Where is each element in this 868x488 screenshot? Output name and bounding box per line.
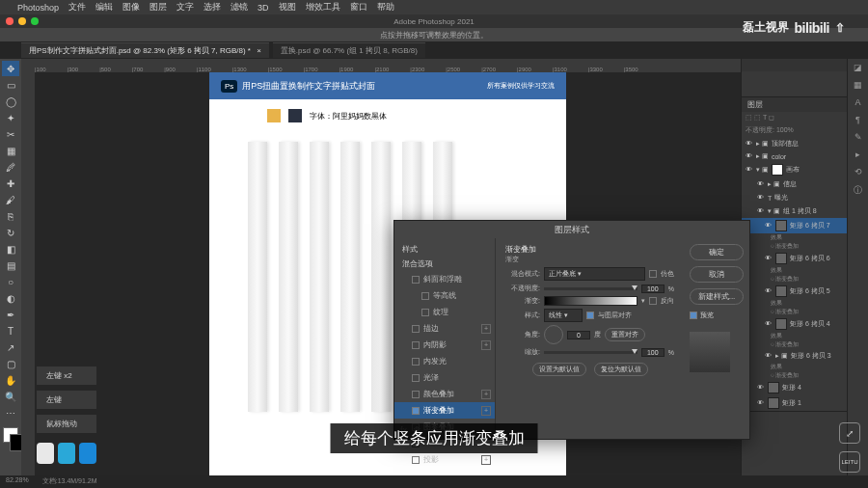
edit-toolbar[interactable]: ⋯: [2, 405, 19, 420]
heal-tool[interactable]: ✚: [2, 176, 19, 191]
lasso-tool[interactable]: ◯: [2, 94, 19, 109]
visibility-icon[interactable]: [746, 166, 753, 174]
layer-filter-icon[interactable]: ⬚: [746, 114, 752, 122]
blend-options-header[interactable]: 混合选项: [394, 257, 495, 271]
marquee-tool[interactable]: ▭: [2, 77, 19, 93]
add-icon[interactable]: +: [481, 455, 491, 465]
add-icon[interactable]: +: [481, 324, 491, 334]
menu-help[interactable]: 帮助: [377, 1, 394, 14]
visibility-icon[interactable]: [765, 320, 773, 328]
angle-dial[interactable]: [544, 325, 563, 344]
menu-image[interactable]: 图像: [122, 1, 140, 14]
style-bevel[interactable]: 斜面和浮雕: [394, 271, 495, 287]
angle-value[interactable]: 0: [567, 331, 590, 339]
visibility-icon[interactable]: [757, 384, 765, 392]
opacity-slider[interactable]: [544, 287, 637, 290]
add-icon[interactable]: +: [481, 406, 491, 416]
swatches-panel-icon[interactable]: ▦: [854, 80, 862, 90]
character-panel-icon[interactable]: A: [854, 97, 860, 107]
eyedropper-tool[interactable]: 🖉: [2, 159, 19, 175]
visibility-icon[interactable]: [765, 287, 773, 295]
visibility-icon[interactable]: [746, 152, 753, 160]
style-satin[interactable]: 光泽: [394, 369, 495, 386]
visibility-icon[interactable]: [757, 399, 765, 407]
close-window-icon[interactable]: [6, 17, 14, 25]
zoom-level[interactable]: 82.28%: [6, 476, 29, 487]
style-color-overlay[interactable]: 颜色叠加+: [394, 386, 495, 402]
type-tool[interactable]: T: [2, 323, 19, 339]
style-texture[interactable]: 纹理: [394, 304, 495, 320]
minimize-window-icon[interactable]: [18, 17, 26, 25]
expand-icon[interactable]: ⤢: [839, 422, 860, 444]
zoom-tool[interactable]: 🔍: [2, 389, 19, 404]
gradient-preview[interactable]: [544, 296, 637, 306]
wand-tool[interactable]: ✦: [2, 110, 19, 125]
stamp-tool[interactable]: ⎘: [2, 208, 19, 224]
pen-tool[interactable]: ✒: [2, 307, 19, 322]
path-tool[interactable]: ↗: [2, 339, 19, 355]
visibility-icon[interactable]: [765, 222, 773, 230]
menu-3d[interactable]: 3D: [258, 3, 269, 13]
scale-slider[interactable]: [544, 351, 637, 354]
actions-panel-icon[interactable]: ▸: [855, 149, 860, 159]
preview-checkbox[interactable]: [690, 312, 697, 319]
gradient-tool[interactable]: ▤: [2, 258, 19, 273]
visibility-icon[interactable]: [765, 352, 773, 360]
shape-tool[interactable]: ▢: [2, 356, 19, 371]
style-stroke[interactable]: 描边+: [394, 320, 495, 337]
menu-select[interactable]: 选择: [203, 1, 221, 14]
style-gradient-overlay[interactable]: 渐变叠加+: [394, 402, 495, 419]
reset-default-button[interactable]: 复位为默认值: [594, 363, 648, 376]
style-inner-shadow[interactable]: 内阴影+: [394, 337, 495, 353]
scale-value[interactable]: 100: [641, 348, 665, 357]
make-default-button[interactable]: 设置为默认值: [532, 363, 586, 376]
history-panel-icon[interactable]: ⟲: [854, 167, 862, 176]
brushes-panel-icon[interactable]: ✎: [854, 132, 862, 142]
hand-tool[interactable]: ✋: [2, 372, 19, 388]
info-panel-icon[interactable]: ⓘ: [854, 184, 862, 197]
document-tab-active[interactable]: 用PS制作文字拼贴式封面.psd @ 82.3% (矩形 6 拷贝 7, RGB…: [21, 42, 269, 58]
menu-filter[interactable]: 滤镜: [231, 1, 248, 14]
dither-checkbox[interactable]: [649, 270, 657, 278]
leitu-logo-icon[interactable]: LEITU: [839, 451, 860, 473]
visibility-icon[interactable]: [757, 194, 765, 202]
new-style-button[interactable]: 新建样式...: [690, 288, 744, 305]
color-panel-icon[interactable]: ◪: [854, 63, 862, 72]
layer-filter-icon[interactable]: T: [763, 114, 767, 122]
dodge-tool[interactable]: ◐: [2, 290, 19, 306]
menu-window[interactable]: 窗口: [350, 1, 367, 14]
foreground-background-colors[interactable]: [3, 427, 18, 443]
ok-button[interactable]: 确定: [690, 244, 744, 260]
opacity-value[interactable]: 100: [641, 285, 665, 293]
menu-app[interactable]: Photoshop: [17, 3, 59, 13]
style-drop-shadow[interactable]: 投影+: [394, 451, 495, 468]
history-brush-tool[interactable]: ↻: [2, 225, 19, 240]
document-tab[interactable]: 置换.psd @ 66.7% (组 1 拷贝 8, RGB/8): [273, 42, 425, 58]
crop-tool[interactable]: ✂: [2, 126, 19, 142]
visibility-icon[interactable]: [746, 140, 753, 148]
move-tool[interactable]: ✥: [2, 61, 19, 76]
menu-type[interactable]: 文字: [176, 1, 194, 14]
style-contour[interactable]: 等高线: [394, 287, 495, 304]
menu-file[interactable]: 文件: [68, 1, 86, 14]
visibility-icon[interactable]: [765, 255, 773, 262]
reverse-checkbox[interactable]: [649, 297, 657, 305]
brush-tool[interactable]: 🖌: [2, 192, 19, 207]
menu-plugins[interactable]: 增效工具: [306, 1, 340, 14]
add-icon[interactable]: +: [481, 390, 491, 399]
add-icon[interactable]: +: [481, 340, 491, 350]
layer-filter-icon[interactable]: ⬚: [754, 114, 761, 122]
blend-mode-select[interactable]: 正片叠底 ▾: [544, 267, 645, 281]
eraser-tool[interactable]: ◧: [2, 241, 19, 257]
menu-edit[interactable]: 编辑: [95, 1, 113, 14]
align-checkbox[interactable]: [586, 312, 594, 319]
styles-header[interactable]: 样式: [394, 242, 495, 257]
reset-align-button[interactable]: 重置对齐: [605, 328, 645, 341]
paragraph-panel-icon[interactable]: ¶: [855, 115, 860, 124]
blur-tool[interactable]: ○: [2, 274, 19, 289]
style-inner-glow[interactable]: 内发光: [394, 353, 495, 369]
visibility-icon[interactable]: [757, 180, 765, 188]
gradient-style-select[interactable]: 线性 ▾: [544, 309, 583, 322]
maximize-window-icon[interactable]: [31, 17, 39, 25]
layer-filter-icon[interactable]: ◻: [769, 114, 774, 122]
